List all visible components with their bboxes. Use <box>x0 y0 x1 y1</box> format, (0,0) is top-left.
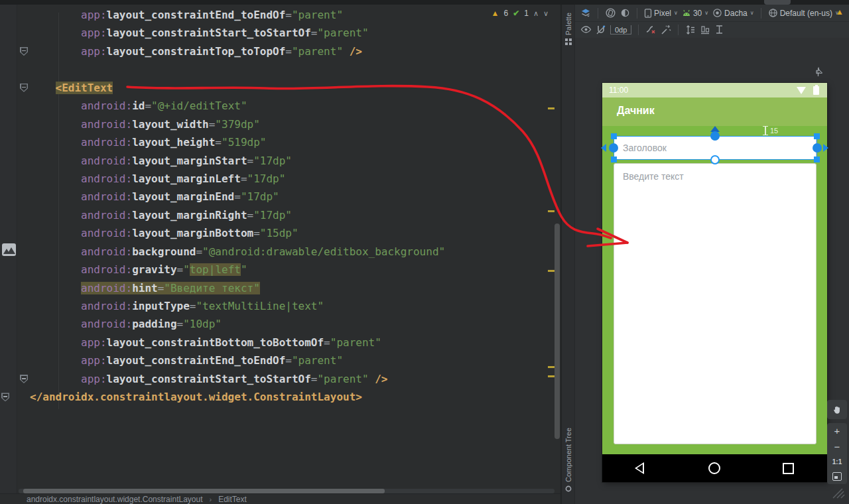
code-line[interactable]: app:layout_constraintEnd_toEndOf="parent… <box>0 351 560 369</box>
palette-tab[interactable]: Palette <box>562 13 574 45</box>
api-version-selector[interactable]: 30 ∨ <box>682 9 708 18</box>
component-tree-tab[interactable]: Component Tree <box>562 428 574 492</box>
code-token: android: <box>81 318 132 330</box>
code-line[interactable] <box>0 60 560 78</box>
orientation-selector[interactable] <box>605 7 616 19</box>
code-token: layout_marginStart <box>132 155 247 167</box>
pack-button[interactable] <box>685 25 696 35</box>
code-line[interactable]: android:layout_marginRight="17dp" <box>0 206 560 224</box>
code-line[interactable]: android:hint="Введите текст" <box>0 279 560 297</box>
warning-stripe-mark[interactable] <box>548 270 555 272</box>
code-line[interactable]: app:layout_constraintStart_toStartOf="pa… <box>0 370 560 388</box>
zoom-actual-button[interactable]: 1:1 <box>832 458 842 466</box>
warning-stripe-mark[interactable] <box>548 366 555 368</box>
breadcrumb-item-edittext[interactable]: EditText <box>218 495 247 504</box>
recents-button-icon[interactable] <box>783 463 794 474</box>
device-selector[interactable]: Pixel ∨ <box>644 9 678 18</box>
status-bar: 11:00 <box>602 83 827 97</box>
fold-marker-minus <box>22 87 26 88</box>
constraint-anchor-right[interactable] <box>813 143 822 153</box>
render-warning-icon[interactable]: ▲ <box>836 7 844 17</box>
multiline-edittext[interactable]: Введите текст <box>614 163 816 444</box>
code-token <box>30 45 81 58</box>
design-surface-selector[interactable] <box>580 8 591 19</box>
code-line[interactable]: android:id="@+id/editText" <box>0 97 560 115</box>
code-line[interactable]: app:layout_constraintTop_toTopOf="parent… <box>0 42 560 60</box>
zoom-out-button[interactable]: − <box>834 442 840 452</box>
align-button[interactable] <box>700 25 710 34</box>
fold-marker-minus <box>3 396 7 397</box>
code-line[interactable]: app:layout_constraintBottom_toBottomOf="… <box>0 334 560 351</box>
warning-stripe-mark[interactable] <box>548 210 555 212</box>
component-tree-tab-label: Component Tree <box>564 428 572 482</box>
code-token: = <box>177 318 184 330</box>
warning-stripe-mark[interactable] <box>548 375 555 377</box>
code-token: " <box>183 263 190 276</box>
xml-code-editor[interactable]: app:layout_constraintEnd_toEndOf="parent… <box>0 5 560 493</box>
splitter-drag-handle[interactable] <box>764 0 791 5</box>
code-token <box>30 82 56 94</box>
next-issue-button[interactable]: ∨ <box>543 9 549 18</box>
fold-marker-icon[interactable] <box>20 47 28 56</box>
code-line[interactable]: android:inputType="textMultiLine|text" <box>0 297 560 315</box>
code-line[interactable]: android:gravity="top|left" <box>0 261 560 279</box>
phone-icon <box>644 9 652 18</box>
activity-background[interactable]: Заголовок Введите текст <box>602 126 827 454</box>
battery-icon <box>813 86 819 95</box>
constraint-anchor-left[interactable] <box>609 143 618 153</box>
code-token: layout_constraintBottom_toBottomOf <box>107 336 324 349</box>
code-line[interactable]: android:layout_marginEnd="17dp" <box>0 188 560 206</box>
constraint-anchor-top[interactable] <box>710 131 720 141</box>
warning-stripe-mark[interactable] <box>548 107 555 109</box>
resize-handle-top-right[interactable] <box>814 133 820 139</box>
code-token <box>30 336 81 349</box>
zoom-in-button[interactable]: + <box>834 426 840 436</box>
resize-handle-top-left[interactable] <box>611 133 617 139</box>
inspections-widget[interactable]: ▲ 6 ✔ 1 ∧ ∨ <box>491 9 549 18</box>
device-label: Pixel <box>654 9 671 18</box>
zoom-to-fit-icon[interactable] <box>832 472 842 481</box>
code-token: app: <box>81 45 107 58</box>
autoconnect-toggle[interactable] <box>596 25 606 35</box>
code-line[interactable]: android:layout_height="519dp" <box>0 133 560 151</box>
prev-issue-button[interactable]: ∧ <box>533 9 539 18</box>
infer-constraints-button[interactable] <box>661 25 671 35</box>
horizontal-scrollbar-thumb[interactable] <box>23 489 385 493</box>
home-button-icon[interactable] <box>708 462 720 474</box>
view-options-button[interactable] <box>580 25 592 34</box>
code-line[interactable]: </androidx.constraintlayout.widget.Const… <box>0 388 560 406</box>
locale-selector[interactable]: Default (en-us) ∨ <box>768 8 839 18</box>
fold-marker-icon[interactable] <box>20 375 28 383</box>
code-line[interactable]: android:layout_marginBottom="15dp" <box>0 224 560 242</box>
code-token: "parent" <box>292 354 343 367</box>
code-line[interactable]: android:background="@android:drawable/ed… <box>0 243 560 261</box>
code-token: android: <box>81 209 132 221</box>
code-line[interactable]: android:layout_width="379dp" <box>0 115 560 133</box>
theme-selector[interactable]: Dacha ∨ <box>712 8 754 18</box>
code-line[interactable]: android:padding="10dp" <box>0 315 560 333</box>
fold-marker-column <box>20 6 31 457</box>
resize-handle-bottom-left[interactable] <box>611 157 617 162</box>
back-button-icon[interactable] <box>635 462 644 474</box>
resize-handle-bottom-right[interactable] <box>814 157 820 162</box>
code-token: = <box>247 155 254 167</box>
wrench-icon[interactable] <box>814 67 823 77</box>
panel-resize-handle[interactable] <box>828 486 845 499</box>
vertical-scrollbar[interactable] <box>555 223 560 439</box>
code-token: "parent" <box>292 9 343 21</box>
constraint-anchor-bottom[interactable] <box>710 155 720 164</box>
breadcrumb-item-constraintlayout[interactable]: androidx.constraintlayout.widget.Constra… <box>27 495 203 504</box>
clear-constraints-button[interactable] <box>645 25 657 34</box>
code-token: "15dp" <box>260 227 298 239</box>
guidelines-button[interactable] <box>714 25 724 34</box>
code-line[interactable]: android:layout_marginStart="17dp" <box>0 152 560 170</box>
code-line[interactable]: android:layout_marginLeft="17dp" <box>0 170 560 188</box>
code-line[interactable]: app:layout_constraintStart_toStartOf="pa… <box>0 24 560 42</box>
code-line[interactable]: <EditText <box>0 79 560 97</box>
default-margins-selector[interactable]: 0dp <box>610 25 631 34</box>
fold-marker-icon[interactable] <box>20 84 28 92</box>
pan-button[interactable] <box>827 400 847 419</box>
code-token: = <box>145 99 151 112</box>
code-line[interactable]: app:layout_constraintEnd_toEndOf="parent… <box>0 6 560 24</box>
system-ui-mode-selector[interactable] <box>620 8 630 18</box>
